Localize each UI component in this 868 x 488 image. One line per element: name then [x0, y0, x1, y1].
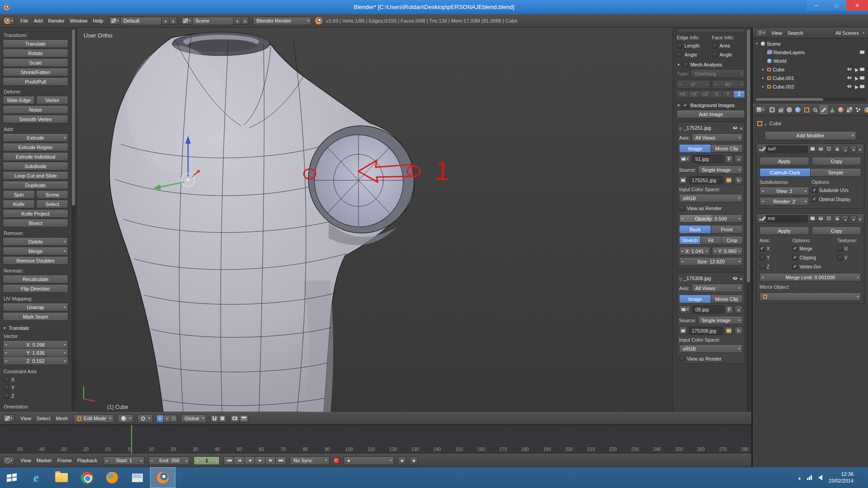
menu-render[interactable]: Render: [46, 18, 66, 23]
menu-view[interactable]: View: [18, 416, 33, 421]
eye-icon[interactable]: [847, 85, 852, 88]
menu-search[interactable]: Search: [785, 30, 806, 36]
opengl-render-anim-button[interactable]: [239, 415, 249, 422]
outliner-row-scene[interactable]: ▾Scene: [753, 39, 868, 48]
expander-icon[interactable]: ▸: [761, 67, 765, 71]
tray-expand-icon[interactable]: ▴: [798, 475, 801, 480]
simple-toggle[interactable]: Simple: [810, 168, 861, 177]
next-keyframe-button[interactable]: ▶|: [265, 456, 276, 465]
image-browse-button[interactable]: [679, 305, 691, 314]
cage-toggle[interactable]: [834, 145, 840, 152]
tab-render-layers[interactable]: [777, 105, 785, 114]
axis-button-0-x[interactable]: +X: [677, 90, 689, 98]
mesh-analysis-checkbox[interactable]: [683, 62, 688, 67]
tool-button-unwrap[interactable]: Unwrap: [3, 303, 68, 311]
camera-icon[interactable]: [860, 76, 864, 80]
unlink-image-button[interactable]: [735, 305, 743, 314]
move-down-button[interactable]: [850, 145, 857, 152]
editor-type-button[interactable]: [3, 414, 14, 422]
tab-world[interactable]: [794, 105, 802, 114]
vector-y-field[interactable]: Y: 1.936: [3, 348, 68, 357]
breadcrumb-object[interactable]: Cube: [769, 121, 781, 126]
menu-window[interactable]: Window: [67, 18, 90, 23]
delete-modifier-button[interactable]: [858, 145, 862, 153]
add-modifier-button[interactable]: Add Modifier: [764, 131, 856, 140]
editmode-visibility-toggle[interactable]: [826, 215, 832, 222]
image-datablock-name[interactable]: 08.jpg: [693, 305, 724, 314]
file-browse-button[interactable]: [725, 327, 733, 335]
mirror-x-checkbox[interactable]: X: [760, 245, 790, 252]
axis-button-4-y[interactable]: Y: [722, 90, 734, 98]
copy-button[interactable]: Copy: [812, 157, 862, 165]
menu-playback[interactable]: Playback: [75, 458, 100, 463]
scrollbar-thumb[interactable]: [72, 29, 75, 206]
outliner-row-world[interactable]: World: [753, 56, 868, 65]
opengl-render-button[interactable]: [230, 415, 240, 422]
tool-button-extrude-region[interactable]: Extrude Region: [3, 143, 68, 151]
axis-dropdown[interactable]: All Views: [692, 284, 743, 292]
tab-render[interactable]: [768, 105, 776, 114]
merge-checkbox[interactable]: Merge: [793, 245, 835, 252]
blender-button[interactable]: [150, 467, 175, 488]
opacity-slider[interactable]: Opacity: 0.500: [679, 214, 743, 223]
background-image-name[interactable]: _175308.jpg: [684, 276, 731, 281]
crop-toggle[interactable]: Crop: [721, 236, 743, 244]
tool-button-smooth-vertex[interactable]: Smooth Vertex: [3, 115, 68, 123]
scale-manipulator-button[interactable]: [170, 415, 177, 422]
cage-toggle[interactable]: [834, 215, 840, 222]
close-icon[interactable]: [739, 274, 743, 282]
angle-max-field[interactable]: 45°: [712, 80, 745, 89]
movie-clip-toggle[interactable]: Movie Clip: [711, 295, 743, 303]
menu-view[interactable]: View: [18, 458, 33, 463]
play-reverse-button[interactable]: ◀: [244, 456, 255, 465]
snap-toggle-button[interactable]: [210, 415, 219, 422]
internet-explorer-button[interactable]: [24, 467, 49, 488]
delete-modifier-button[interactable]: [858, 215, 862, 223]
background-images-checkbox[interactable]: [683, 103, 688, 108]
tab-constraints[interactable]: [811, 105, 819, 114]
tool-button-scale[interactable]: Scale: [3, 58, 68, 67]
tool-button-push-pull[interactable]: Push/Pull: [3, 77, 68, 86]
image-toggle[interactable]: Image: [679, 295, 711, 303]
tool-button-recalculate[interactable]: Recalculate: [3, 275, 68, 283]
menu-help[interactable]: Help: [91, 18, 106, 23]
colorspace-dropdown[interactable]: sRGB: [679, 194, 743, 202]
move-down-button[interactable]: [850, 215, 857, 222]
vector-x-field[interactable]: X: 0.268: [3, 340, 68, 349]
tool-button-subdivide[interactable]: Subdivide: [3, 162, 68, 170]
render-engine-dropdown[interactable]: Blender Render: [253, 17, 311, 25]
tool-button-screw[interactable]: Screw: [36, 190, 68, 199]
analysis-type-dropdown[interactable]: Overhang: [691, 69, 745, 78]
cursor-icon[interactable]: [853, 75, 858, 80]
cursor-icon[interactable]: [853, 67, 858, 72]
minimize-button[interactable]: ─: [807, 0, 826, 11]
unlink-image-button[interactable]: [735, 155, 743, 163]
keying-set-dropdown[interactable]: [344, 456, 394, 465]
subdivide-uvs-checkbox[interactable]: Subdivide UVs: [812, 187, 862, 194]
viewport-canvas[interactable]: 1 User Ortho (1) Cube: [77, 28, 673, 412]
modifier-name-field[interactable]: surf: [766, 145, 808, 153]
mirror-y-checkbox[interactable]: Y: [760, 254, 790, 261]
start-button[interactable]: [0, 467, 24, 488]
scene-browse-button[interactable]: [181, 17, 193, 25]
file-explorer-button[interactable]: [49, 467, 74, 488]
volume-icon[interactable]: [818, 475, 822, 480]
tab-texture[interactable]: [845, 105, 854, 114]
tool-button-remove-doubles[interactable]: Remove Doubles: [3, 256, 68, 265]
toolshelf-scrollbar[interactable]: [71, 28, 75, 411]
collapse-icon[interactable]: [759, 215, 761, 223]
view-as-render-checkbox[interactable]: View as Render: [679, 355, 743, 362]
tool-button-slide-edge[interactable]: Slide Edge: [3, 96, 35, 104]
network-icon[interactable]: [807, 475, 812, 480]
add-image-button[interactable]: Add Image: [677, 110, 745, 118]
edge-length-checkbox[interactable]: Length: [677, 42, 710, 49]
colorspace-dropdown[interactable]: sRGB: [679, 344, 743, 353]
collapse-icon[interactable]: [679, 124, 682, 132]
menu-mesh[interactable]: Mesh: [53, 416, 70, 421]
eye-icon[interactable]: [733, 127, 737, 129]
move-up-button[interactable]: [842, 145, 849, 152]
current-frame-field[interactable]: 1: [193, 456, 220, 465]
image-pack-button[interactable]: [679, 176, 687, 184]
view-as-render-checkbox[interactable]: View as Render: [679, 205, 743, 212]
cursor-icon[interactable]: [853, 84, 858, 89]
